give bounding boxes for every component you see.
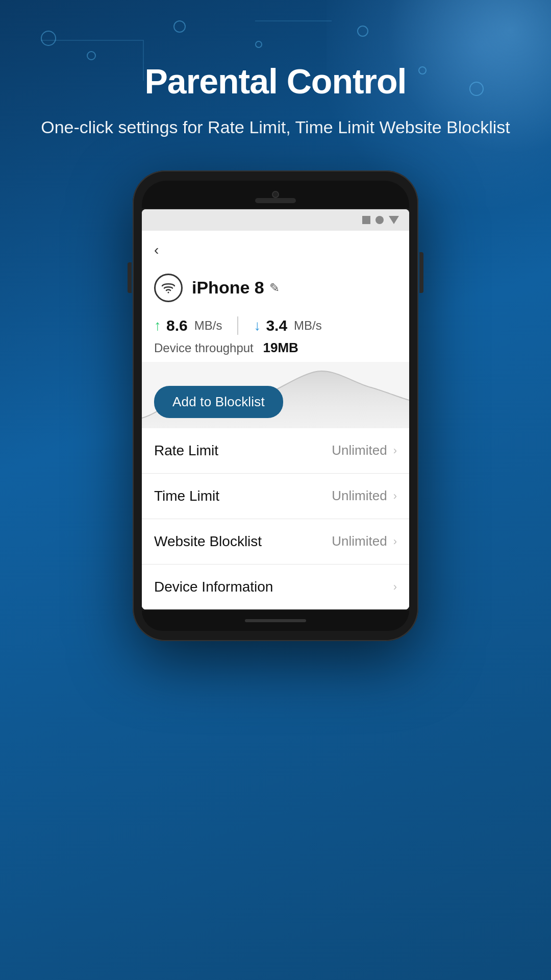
list-item-rate-limit[interactable]: Rate Limit Unlimited ›: [142, 428, 409, 474]
wifi-icon: [160, 280, 177, 296]
download-speed-block: ↓ 3.4 MB/s: [254, 317, 321, 334]
rate-limit-label: Rate Limit: [154, 443, 218, 459]
list-section: Rate Limit Unlimited › Time Limit Unlimi…: [142, 428, 409, 609]
chart-area: Add to Blocklist: [142, 362, 409, 428]
phone-top: [142, 181, 409, 208]
header-section: Parental Control One-click settings for …: [0, 0, 551, 170]
device-name-row: iPhone 8 ✎: [192, 278, 280, 298]
download-arrow-icon: ↓: [254, 317, 261, 334]
rate-limit-right: Unlimited ›: [332, 443, 397, 458]
website-blocklist-value: Unlimited: [332, 533, 387, 549]
blocklist-btn-row: Add to Blocklist: [154, 386, 283, 418]
list-item-website-blocklist[interactable]: Website Blocklist Unlimited ›: [142, 519, 409, 565]
download-speed-value: 3.4: [266, 317, 287, 334]
download-speed-unit: MB/s: [294, 318, 322, 333]
phone-mockup: ‹ iPhone 8 ✎: [133, 170, 418, 641]
device-name: iPhone 8: [192, 278, 264, 298]
device-throughput-row: Device throughput 19MB: [142, 337, 409, 362]
upload-speed-unit: MB/s: [194, 318, 222, 333]
app-content: ‹ iPhone 8 ✎: [142, 231, 409, 609]
website-blocklist-label: Website Blocklist: [154, 533, 262, 550]
home-bar: [245, 619, 306, 622]
back-row: ‹: [142, 231, 409, 265]
side-button-right: [419, 252, 423, 293]
rate-limit-value: Unlimited: [332, 443, 387, 458]
phone-camera: [272, 191, 279, 198]
svg-point-0: [168, 291, 169, 293]
time-limit-chevron-icon: ›: [393, 489, 397, 503]
time-limit-right: Unlimited ›: [332, 488, 397, 504]
website-blocklist-chevron-icon: ›: [393, 535, 397, 548]
device-information-label: Device Information: [154, 579, 273, 595]
speed-divider: [237, 316, 238, 335]
page-title: Parental Control: [0, 61, 551, 101]
status-icon-wifi: [389, 216, 399, 224]
phone-bottom: [142, 610, 409, 631]
rate-limit-chevron-icon: ›: [393, 444, 397, 457]
time-limit-value: Unlimited: [332, 488, 387, 504]
add-to-blocklist-button[interactable]: Add to Blocklist: [154, 386, 283, 418]
back-button[interactable]: ‹: [154, 243, 159, 257]
upload-arrow-icon: ↑: [154, 317, 161, 334]
device-information-chevron-icon: ›: [393, 580, 397, 594]
throughput-value: 19MB: [263, 340, 298, 355]
page-subtitle: One-click settings for Rate Limit, Time …: [0, 115, 551, 140]
list-item-time-limit[interactable]: Time Limit Unlimited ›: [142, 474, 409, 519]
speed-row: ↑ 8.6 MB/s ↓ 3.4 MB/s: [142, 312, 409, 337]
device-information-right: ›: [387, 580, 397, 594]
phone-screen: ‹ iPhone 8 ✎: [142, 209, 409, 609]
status-icon-square: [362, 216, 370, 224]
upload-speed-block: ↑ 8.6 MB/s: [154, 317, 222, 334]
website-blocklist-right: Unlimited ›: [332, 533, 397, 549]
phone-wrapper: ‹ iPhone 8 ✎: [0, 170, 551, 641]
edit-icon[interactable]: ✎: [269, 281, 280, 295]
list-item-device-information[interactable]: Device Information ›: [142, 565, 409, 609]
status-icon-circle: [375, 216, 384, 224]
device-header: iPhone 8 ✎: [142, 265, 409, 312]
status-bar: [142, 209, 409, 231]
throughput-label: Device throughput: [154, 341, 254, 355]
upload-speed-value: 8.6: [166, 317, 188, 334]
wifi-icon-container: [154, 274, 183, 302]
time-limit-label: Time Limit: [154, 488, 219, 504]
side-button-left: [128, 262, 132, 293]
phone-speaker: [255, 198, 296, 203]
